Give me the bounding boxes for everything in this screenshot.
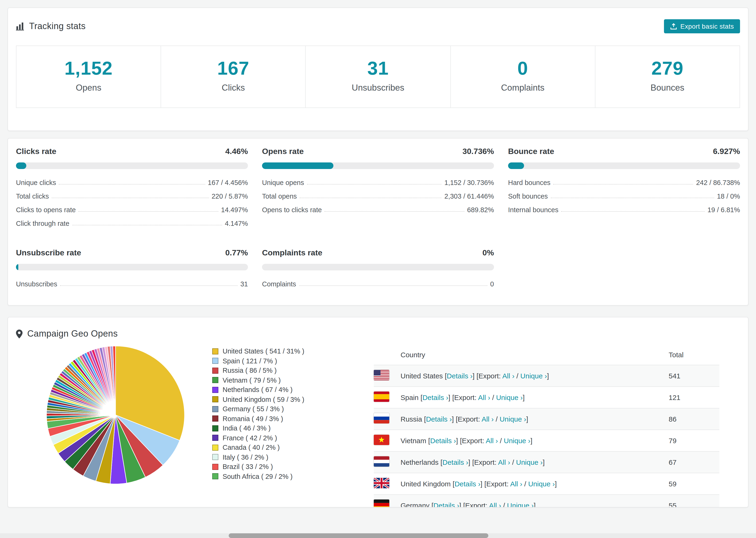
export-all-link[interactable]: All ›	[489, 501, 501, 508]
flag-cell	[374, 387, 401, 408]
metric-label: Clicks to opens rate	[16, 206, 76, 214]
legend-item: United States ( 541 / 31% )	[212, 347, 313, 356]
punctuation: ]	[452, 415, 456, 423]
details-link[interactable]: Details ›	[433, 501, 459, 508]
export-unique-link[interactable]: Unique ›	[507, 501, 534, 508]
punctuation: /	[514, 372, 520, 380]
country-name: Spain	[401, 394, 419, 402]
details-link[interactable]: Details ›	[442, 458, 468, 466]
details-link[interactable]: Details ›	[447, 372, 473, 380]
rate-progress-fill	[262, 162, 333, 169]
rate-progress-bar	[16, 264, 248, 270]
legend-swatch	[212, 368, 218, 374]
country-flag-icon	[374, 456, 389, 467]
flag-cell	[374, 495, 401, 508]
country-total: 59	[669, 473, 719, 495]
geo-table-row: Netherlands [Details ›] [Export: All › /…	[374, 452, 719, 473]
export-unique-link[interactable]: Unique ›	[520, 372, 547, 380]
legend-label: United Kingdom ( 59 / 3% )	[223, 396, 304, 403]
horizontal-scrollbar-thumb[interactable]	[229, 533, 488, 538]
rate-percent: 6.927%	[713, 147, 740, 156]
tracking-stats-header: Tracking stats Export basic stats	[16, 19, 740, 33]
legend-swatch	[212, 454, 218, 460]
details-link[interactable]: Details ›	[426, 415, 452, 423]
legend-item: South Africa ( 29 / 2% )	[212, 471, 313, 481]
rates-card: Clicks rate 4.46% Unique clicks 167 / 4.…	[8, 138, 748, 306]
country-total: 86	[669, 408, 719, 430]
dotted-leader	[59, 184, 205, 185]
legend-item: United Kingdom ( 59 / 3% )	[212, 395, 313, 404]
export-label: Export:	[465, 501, 489, 508]
metric-row: Total clicks 220 / 5.87%	[16, 190, 248, 203]
country-flag-icon	[374, 478, 389, 488]
legend-item: France ( 42 / 2% )	[212, 433, 313, 443]
rate-block: Clicks rate 4.46% Unique clicks 167 / 4.…	[16, 147, 248, 231]
rate-header: Bounce rate 6.927%	[508, 147, 740, 156]
country-flag-icon	[374, 370, 389, 380]
metric-label: Unique opens	[262, 179, 304, 187]
export-label: Export:	[458, 415, 482, 423]
export-all-link[interactable]: All ›	[503, 372, 514, 380]
export-all-link[interactable]: All ›	[482, 415, 494, 423]
metric-value: 4.147%	[225, 220, 248, 227]
punctuation: [	[451, 480, 455, 488]
flag-cell	[374, 430, 401, 452]
rate-title: Complaints rate	[262, 248, 322, 258]
rate-percent: 0.77%	[225, 248, 248, 258]
legend-label: France ( 42 / 2% )	[223, 434, 277, 442]
flag-cell	[374, 408, 401, 430]
metric-value: 18 / 0%	[717, 192, 740, 200]
punctuation: ]	[530, 437, 532, 445]
country-cell: United Kingdom [Details ›] [Export: All …	[401, 473, 669, 495]
export-basic-stats-button[interactable]: Export basic stats	[664, 19, 740, 33]
metric-row: Soft bounces 18 / 0%	[508, 190, 740, 203]
geo-table-row: United Kingdom [Details ›] [Export: All …	[374, 473, 719, 495]
legend-item: Russia ( 86 / 5% )	[212, 366, 313, 375]
metric-row: Click through rate 4.147%	[16, 217, 248, 231]
rate-percent: 0%	[482, 248, 494, 258]
export-all-link[interactable]: All ›	[486, 437, 498, 445]
export-unique-link[interactable]: Unique ›	[528, 480, 555, 488]
country-flag-icon	[374, 500, 389, 508]
punctuation: [	[426, 437, 430, 445]
export-unique-link[interactable]: Unique ›	[504, 437, 530, 445]
country-flag-icon	[374, 435, 389, 445]
export-unique-link[interactable]: Unique ›	[516, 458, 543, 466]
dotted-leader	[299, 286, 487, 286]
details-link[interactable]: Details ›	[422, 394, 448, 402]
punctuation: [	[429, 501, 433, 508]
export-unique-link[interactable]: Unique ›	[496, 394, 523, 402]
details-link[interactable]: Details ›	[455, 480, 480, 488]
stat-value: 1,152	[17, 59, 161, 78]
legend-swatch	[212, 445, 218, 451]
export-label: Export:	[486, 480, 510, 488]
legend-swatch	[212, 397, 218, 403]
legend-label: South Africa ( 29 / 2% )	[223, 473, 293, 480]
dotted-leader	[72, 225, 222, 225]
export-all-link[interactable]: All ›	[478, 394, 490, 402]
legend-label: India ( 46 / 3% )	[223, 425, 271, 432]
export-all-link[interactable]: All ›	[510, 480, 522, 488]
export-all-link[interactable]: All ›	[498, 458, 510, 466]
metric-label: Unique clicks	[16, 179, 56, 187]
geo-opens-header: Campaign Geo Opens	[16, 329, 740, 339]
metric-value: 167 / 4.456%	[208, 179, 248, 187]
dotted-leader	[60, 286, 238, 286]
flag-column-header	[374, 345, 401, 365]
rate-metrics: Unsubscribes 31	[16, 278, 248, 291]
metric-row: Opens to clicks rate 689.82%	[262, 203, 494, 217]
rate-metrics: Complaints 0	[262, 278, 494, 291]
legend-label: Canada ( 40 / 2% )	[223, 444, 280, 452]
details-link[interactable]: Details ›	[430, 437, 456, 445]
total-column-header: Total	[669, 345, 719, 365]
punctuation: [	[443, 372, 447, 380]
rate-title: Opens rate	[262, 147, 304, 156]
metric-label: Internal bounces	[508, 206, 558, 214]
country-total: 79	[669, 430, 719, 452]
export-unique-link[interactable]: Unique ›	[500, 415, 526, 423]
geo-table-row: Spain [Details ›] [Export: All › / Uniqu…	[374, 387, 719, 408]
rate-title: Unsubscribe rate	[16, 248, 81, 258]
punctuation: ]	[547, 372, 549, 380]
stat-label: Opens	[17, 82, 161, 93]
punctuation: [	[472, 458, 474, 466]
